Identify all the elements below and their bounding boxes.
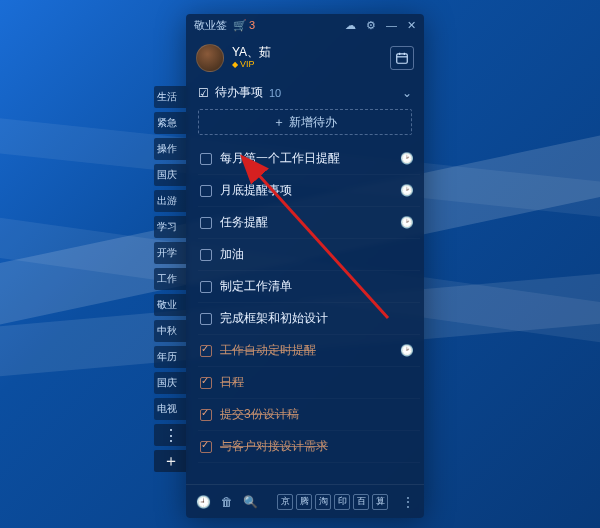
- todo-item[interactable]: 完成框架和初始设计: [198, 303, 420, 335]
- profile-bar: YA、茹 VIP: [186, 36, 424, 80]
- todo-item[interactable]: 工作自动定时提醒🕑: [198, 335, 420, 367]
- checkbox[interactable]: [200, 409, 212, 421]
- clock-icon: 🕑: [400, 216, 414, 229]
- checkbox[interactable]: [200, 153, 212, 165]
- sidebar-tag[interactable]: 出游: [154, 190, 188, 212]
- todo-item[interactable]: 提交3份设计稿: [198, 399, 420, 431]
- cart-count: 3: [249, 19, 255, 31]
- todo-text: 制定工作清单: [220, 278, 292, 295]
- chevron-down-icon: ⌄: [402, 86, 412, 100]
- todo-text: 工作自动定时提醒: [220, 342, 316, 359]
- todo-item[interactable]: 与客户对接设计需求: [198, 431, 420, 463]
- sidebar-tag[interactable]: 开学: [154, 242, 188, 264]
- sidebar-tag[interactable]: 工作: [154, 268, 188, 290]
- checkbox[interactable]: [200, 313, 212, 325]
- app-name: 敬业签: [194, 18, 227, 33]
- clock-icon: 🕑: [400, 152, 414, 165]
- checkbox[interactable]: [200, 185, 212, 197]
- shortcut-京[interactable]: 京: [277, 494, 293, 510]
- clock-icon: 🕑: [400, 344, 414, 357]
- sidebar-tag[interactable]: 生活: [154, 86, 188, 108]
- svg-rect-0: [397, 54, 408, 63]
- sidebar-tag[interactable]: 电视: [154, 398, 188, 420]
- todo-text: 每月第一个工作日提醒: [220, 150, 340, 167]
- todo-item[interactable]: 月底提醒事项🕑: [198, 175, 420, 207]
- todo-text: 加油: [220, 246, 244, 263]
- section-title: 待办事项: [215, 84, 263, 101]
- checklist-icon: ☑: [198, 86, 209, 100]
- todo-text: 与客户对接设计需求: [220, 438, 328, 455]
- shortcut-腾[interactable]: 腾: [296, 494, 312, 510]
- shortcut-百[interactable]: 百: [353, 494, 369, 510]
- avatar[interactable]: [196, 44, 224, 72]
- sidebar-tag[interactable]: 紧急: [154, 112, 188, 134]
- todo-text: 日程: [220, 374, 244, 391]
- todo-text: 月底提醒事项: [220, 182, 292, 199]
- add-todo-label: 新增待办: [289, 114, 337, 131]
- checkbox[interactable]: [200, 345, 212, 357]
- close-icon[interactable]: ✕: [407, 19, 416, 32]
- sidebar-tag[interactable]: 学习: [154, 216, 188, 238]
- calendar-button[interactable]: [390, 46, 414, 70]
- section-count: 10: [269, 87, 281, 99]
- username: YA、茹: [232, 46, 271, 59]
- trash-icon[interactable]: 🗑: [221, 495, 233, 509]
- checkbox[interactable]: [200, 217, 212, 229]
- shortcut-淘[interactable]: 淘: [315, 494, 331, 510]
- sidebar-tag[interactable]: 国庆: [154, 164, 188, 186]
- search-icon[interactable]: 🔍: [243, 495, 258, 509]
- shortcut-算[interactable]: 算: [372, 494, 388, 510]
- history-icon[interactable]: 🕘: [196, 495, 211, 509]
- sidebar-tag[interactable]: 中秋: [154, 320, 188, 342]
- todo-item[interactable]: 加油: [198, 239, 420, 271]
- todo-item[interactable]: 制定工作清单: [198, 271, 420, 303]
- sidebar-tag[interactable]: 操作: [154, 138, 188, 160]
- vip-badge: VIP: [232, 60, 271, 70]
- clock-icon: 🕑: [400, 184, 414, 197]
- add-todo-button[interactable]: ＋ 新增待办: [198, 109, 412, 135]
- minimize-icon[interactable]: ―: [386, 19, 397, 31]
- checkbox[interactable]: [200, 249, 212, 261]
- checkbox[interactable]: [200, 377, 212, 389]
- todo-text: 完成框架和初始设计: [220, 310, 328, 327]
- todo-item[interactable]: 每月第一个工作日提醒🕑: [198, 143, 420, 175]
- todo-list: 每月第一个工作日提醒🕑月底提醒事项🕑任务提醒🕑加油制定工作清单完成框架和初始设计…: [186, 143, 424, 484]
- checkbox[interactable]: [200, 281, 212, 293]
- more-icon[interactable]: ⋮: [402, 495, 414, 509]
- todo-item[interactable]: 日程: [198, 367, 420, 399]
- sync-icon[interactable]: ☁: [345, 19, 356, 32]
- settings-icon[interactable]: ⚙: [366, 19, 376, 32]
- todo-item[interactable]: 任务提醒🕑: [198, 207, 420, 239]
- sidebar-tag[interactable]: 敬业: [154, 294, 188, 316]
- titlebar: 敬业签 🛒3 ☁ ⚙ ― ✕: [186, 14, 424, 36]
- cart-icon[interactable]: 🛒3: [233, 19, 255, 32]
- plus-icon: ＋: [273, 114, 285, 131]
- sidebar-tag[interactable]: 国庆: [154, 372, 188, 394]
- shortcut-group: 京腾淘印百算: [277, 494, 388, 510]
- footer-bar: 🕘 🗑 🔍 京腾淘印百算 ⋮: [186, 484, 424, 518]
- checkbox[interactable]: [200, 441, 212, 453]
- shortcut-印[interactable]: 印: [334, 494, 350, 510]
- sidebar-more[interactable]: ⋮: [154, 424, 188, 446]
- todo-text: 任务提醒: [220, 214, 268, 231]
- app-window: 敬业签 🛒3 ☁ ⚙ ― ✕ YA、茹 VIP ☑ 待办事项 10 ⌄ ＋ 新增…: [186, 14, 424, 518]
- sidebar-add[interactable]: ＋: [154, 450, 188, 472]
- sidebar-tag[interactable]: 年历: [154, 346, 188, 368]
- todo-text: 提交3份设计稿: [220, 406, 299, 423]
- section-header[interactable]: ☑ 待办事项 10 ⌄: [186, 80, 424, 105]
